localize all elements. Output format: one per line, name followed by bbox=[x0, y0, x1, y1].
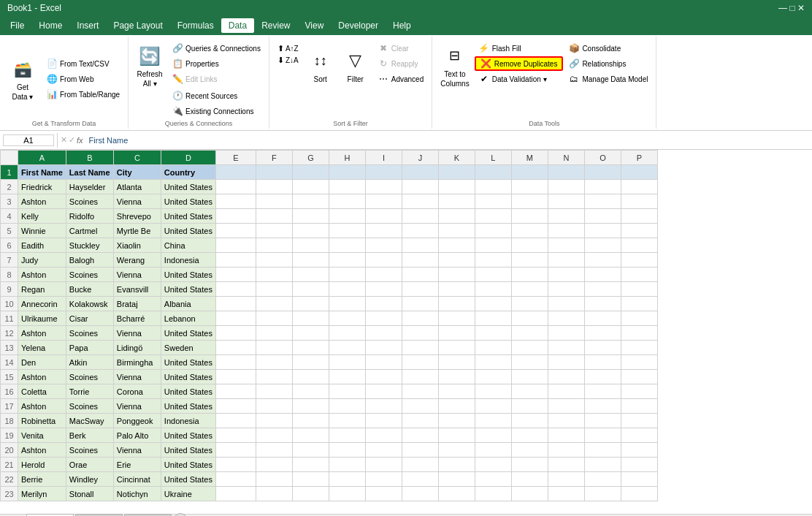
cell-D23[interactable]: Ukraine bbox=[161, 487, 215, 501]
menu-item-file[interactable]: File bbox=[3, 18, 31, 33]
cell-G15[interactable] bbox=[292, 370, 329, 384]
cell-M5[interactable] bbox=[511, 224, 548, 238]
cell-O3[interactable] bbox=[584, 194, 621, 209]
row-header-2[interactable]: 2 bbox=[1, 180, 18, 194]
cell-P9[interactable] bbox=[621, 282, 657, 297]
cell-K5[interactable] bbox=[438, 224, 475, 238]
cell-K11[interactable] bbox=[438, 311, 475, 326]
cell-M13[interactable] bbox=[511, 341, 548, 355]
cell-K9[interactable] bbox=[438, 282, 475, 297]
menu-item-help[interactable]: Help bbox=[386, 18, 418, 33]
cell-P11[interactable] bbox=[621, 311, 657, 326]
cell-A14[interactable]: Den bbox=[18, 355, 66, 370]
cell-I12[interactable] bbox=[365, 326, 402, 341]
cell-A16[interactable]: Coletta bbox=[18, 384, 66, 399]
cell-L13[interactable] bbox=[475, 341, 511, 355]
cell-J19[interactable] bbox=[402, 428, 438, 443]
cell-M8[interactable] bbox=[511, 268, 548, 282]
cell-P1[interactable] bbox=[621, 165, 657, 180]
cell-G20[interactable] bbox=[292, 443, 329, 458]
cell-L4[interactable] bbox=[475, 209, 511, 224]
cell-K19[interactable] bbox=[438, 428, 475, 443]
cell-H9[interactable] bbox=[329, 282, 365, 297]
cell-J2[interactable] bbox=[402, 180, 438, 194]
cell-L6[interactable] bbox=[475, 238, 511, 253]
cell-C9[interactable]: Evansvill bbox=[113, 282, 161, 297]
cell-G13[interactable] bbox=[292, 341, 329, 355]
cell-J16[interactable] bbox=[402, 384, 438, 399]
cell-O8[interactable] bbox=[584, 268, 621, 282]
cell-I15[interactable] bbox=[365, 370, 402, 384]
cell-P17[interactable] bbox=[621, 399, 657, 414]
cell-F4[interactable] bbox=[256, 209, 292, 224]
sort-za-button[interactable]: ⬇ Z↓A bbox=[274, 54, 302, 66]
cell-J17[interactable] bbox=[402, 399, 438, 414]
cell-D21[interactable]: United States bbox=[161, 458, 215, 472]
cell-F14[interactable] bbox=[256, 355, 292, 370]
cell-N5[interactable] bbox=[548, 224, 584, 238]
row-header-9[interactable]: 9 bbox=[1, 282, 18, 297]
cell-H15[interactable] bbox=[329, 370, 365, 384]
cell-A5[interactable]: Winnie bbox=[18, 224, 66, 238]
cell-H1[interactable] bbox=[329, 165, 365, 180]
cell-K13[interactable] bbox=[438, 341, 475, 355]
cell-F21[interactable] bbox=[256, 458, 292, 472]
cell-P21[interactable] bbox=[621, 458, 657, 472]
cell-D2[interactable]: United States bbox=[161, 180, 215, 194]
cell-I9[interactable] bbox=[365, 282, 402, 297]
cell-O22[interactable] bbox=[584, 472, 621, 487]
cell-N21[interactable] bbox=[548, 458, 584, 472]
cell-H8[interactable] bbox=[329, 268, 365, 282]
col-header-D[interactable]: D bbox=[161, 151, 215, 165]
cell-E15[interactable] bbox=[215, 370, 256, 384]
cell-P20[interactable] bbox=[621, 443, 657, 458]
cell-L15[interactable] bbox=[475, 370, 511, 384]
cell-O18[interactable] bbox=[584, 414, 621, 428]
cell-P12[interactable] bbox=[621, 326, 657, 341]
cell-H12[interactable] bbox=[329, 326, 365, 341]
cell-A2[interactable]: Friedrick bbox=[18, 180, 66, 194]
cell-E2[interactable] bbox=[215, 180, 256, 194]
cell-P3[interactable] bbox=[621, 194, 657, 209]
cell-L7[interactable] bbox=[475, 253, 511, 268]
cell-I10[interactable] bbox=[365, 297, 402, 311]
cell-M20[interactable] bbox=[511, 443, 548, 458]
cell-A3[interactable]: Ashton bbox=[18, 194, 66, 209]
sheet-tab-sheet1[interactable]: Sheet1 bbox=[26, 514, 74, 517]
cell-E7[interactable] bbox=[215, 253, 256, 268]
cell-F23[interactable] bbox=[256, 487, 292, 501]
row-header-20[interactable]: 20 bbox=[1, 443, 18, 458]
cell-O10[interactable] bbox=[584, 297, 621, 311]
cell-F10[interactable] bbox=[256, 297, 292, 311]
cell-L22[interactable] bbox=[475, 472, 511, 487]
cell-E8[interactable] bbox=[215, 268, 256, 282]
cell-M9[interactable] bbox=[511, 282, 548, 297]
get-data-button[interactable]: 🗃️ GetData ▾ bbox=[4, 53, 41, 105]
cell-M23[interactable] bbox=[511, 487, 548, 501]
cell-K4[interactable] bbox=[438, 209, 475, 224]
cell-G5[interactable] bbox=[292, 224, 329, 238]
cell-N17[interactable] bbox=[548, 399, 584, 414]
col-header-L[interactable]: L bbox=[475, 151, 511, 165]
cell-B9[interactable]: Bucke bbox=[66, 282, 113, 297]
cell-O15[interactable] bbox=[584, 370, 621, 384]
cell-A7[interactable]: Judy bbox=[18, 253, 66, 268]
cell-O11[interactable] bbox=[584, 311, 621, 326]
cell-N10[interactable] bbox=[548, 297, 584, 311]
cell-F7[interactable] bbox=[256, 253, 292, 268]
cell-P7[interactable] bbox=[621, 253, 657, 268]
cell-L8[interactable] bbox=[475, 268, 511, 282]
cell-B17[interactable]: Scoines bbox=[66, 399, 113, 414]
sheet-tab-sheet2[interactable]: Sheet2 bbox=[75, 514, 123, 517]
cell-N11[interactable] bbox=[548, 311, 584, 326]
cell-M4[interactable] bbox=[511, 209, 548, 224]
cell-H22[interactable] bbox=[329, 472, 365, 487]
row-header-22[interactable]: 22 bbox=[1, 472, 18, 487]
cell-O12[interactable] bbox=[584, 326, 621, 341]
cell-I18[interactable] bbox=[365, 414, 402, 428]
cell-D6[interactable]: China bbox=[161, 238, 215, 253]
cell-J14[interactable] bbox=[402, 355, 438, 370]
cell-F16[interactable] bbox=[256, 384, 292, 399]
cell-M16[interactable] bbox=[511, 384, 548, 399]
cell-F2[interactable] bbox=[256, 180, 292, 194]
